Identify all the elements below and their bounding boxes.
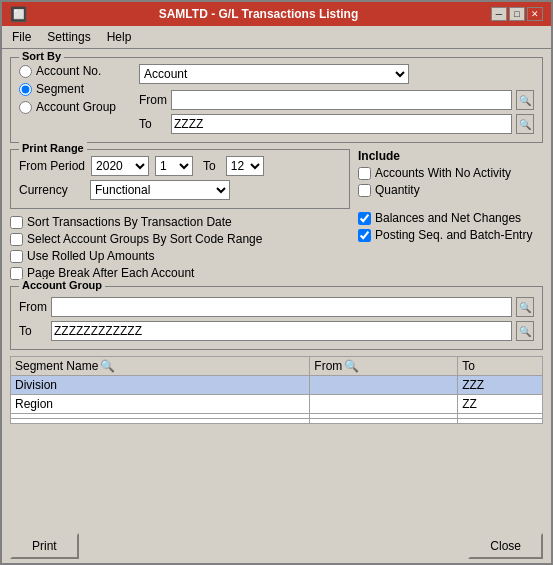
sort-transactions-text: Sort Transactions By Transaction Date <box>27 215 232 229</box>
to-period-label: To <box>199 159 220 173</box>
sort-by-title: Sort By <box>19 50 64 62</box>
to-cell <box>458 419 543 424</box>
to-label: To <box>139 117 167 131</box>
select-account-groups-label[interactable]: Select Account Groups By Sort Code Range <box>10 232 350 246</box>
middle-section: Print Range From Period 2020 1 To 12 <box>10 149 543 280</box>
segment-table: Segment Name 🔍 From 🔍 To <box>10 356 543 424</box>
page-break-checkbox[interactable] <box>10 267 23 280</box>
table-row[interactable] <box>11 419 543 424</box>
accounts-no-activity-text: Accounts With No Activity <box>375 166 511 180</box>
accounts-no-activity-label[interactable]: Accounts With No Activity <box>358 166 543 180</box>
sort-transactions-checkbox[interactable] <box>10 216 23 229</box>
radio-segment-label[interactable]: Segment <box>19 82 129 96</box>
table-row[interactable]: DivisionZZZ <box>11 376 543 395</box>
menu-settings[interactable]: Settings <box>41 28 96 46</box>
menu-file[interactable]: File <box>6 28 37 46</box>
quantity-text: Quantity <box>375 183 420 197</box>
ag-to-input[interactable] <box>51 321 512 341</box>
include-content: Include Accounts With No Activity Quanti… <box>358 149 543 242</box>
from-period-select[interactable]: 1 <box>155 156 193 176</box>
table-row[interactable]: RegionZZ <box>11 395 543 414</box>
from-search-icon[interactable]: 🔍 <box>344 359 359 373</box>
checkbox-section: Sort Transactions By Transaction Date Se… <box>10 215 350 280</box>
use-rolled-up-checkbox[interactable] <box>10 250 23 263</box>
segment-search-icon[interactable]: 🔍 <box>100 359 115 373</box>
to-row: To 🔍 <box>139 114 534 134</box>
include-section: Include Accounts With No Activity Quanti… <box>358 149 543 280</box>
use-rolled-up-text: Use Rolled Up Amounts <box>27 249 154 263</box>
col-segment-name: Segment Name 🔍 <box>11 357 310 376</box>
window-title: SAMLTD - G/L Transactions Listing <box>26 7 491 21</box>
minimize-button[interactable]: ─ <box>491 7 507 21</box>
from-cell <box>310 419 458 424</box>
sort-by-group: Sort By Account No. Segment Account Grou… <box>10 57 543 143</box>
currency-select[interactable]: Functional <box>90 180 230 200</box>
accounts-no-activity-checkbox[interactable] <box>358 167 371 180</box>
account-group-group: Account Group From 🔍 To 🔍 <box>10 286 543 350</box>
from-cell <box>310 395 458 414</box>
left-middle: Print Range From Period 2020 1 To 12 <box>10 149 350 280</box>
segment-name-cell <box>11 419 310 424</box>
radio-account-no-label[interactable]: Account No. <box>19 64 129 78</box>
menu-bar: File Settings Help <box>2 26 551 49</box>
quantity-label[interactable]: Quantity <box>358 183 543 197</box>
print-range-title: Print Range <box>19 142 87 154</box>
sort-by-radios: Account No. Segment Account Group <box>19 64 129 114</box>
ag-from-label: From <box>19 300 47 314</box>
balances-net-changes-text: Balances and Net Changes <box>375 211 521 225</box>
maximize-button[interactable]: □ <box>509 7 525 21</box>
posting-seq-label[interactable]: Posting Seq. and Batch-Entry <box>358 228 543 242</box>
from-year-select[interactable]: 2020 <box>91 156 149 176</box>
menu-help[interactable]: Help <box>101 28 138 46</box>
window-controls: ─ □ ✕ <box>491 7 543 21</box>
from-label: From <box>139 93 167 107</box>
select-account-groups-text: Select Account Groups By Sort Code Range <box>27 232 262 246</box>
segment-name-cell: Division <box>11 376 310 395</box>
print-range-group: Print Range From Period 2020 1 To 12 <box>10 149 350 209</box>
content-area: Sort By Account No. Segment Account Grou… <box>2 49 551 529</box>
from-input[interactable] <box>171 90 512 110</box>
from-cell <box>310 376 458 395</box>
to-cell: ZZ <box>458 395 543 414</box>
ag-from-row: From 🔍 <box>19 297 534 317</box>
account-group-title: Account Group <box>19 279 105 291</box>
radio-segment-text: Segment <box>36 82 84 96</box>
currency-row: Currency Functional <box>19 180 341 200</box>
from-search-button[interactable]: 🔍 <box>516 90 534 110</box>
select-account-groups-checkbox[interactable] <box>10 233 23 246</box>
main-window: 🔲 SAMLTD - G/L Transactions Listing ─ □ … <box>0 0 553 565</box>
posting-seq-text: Posting Seq. and Batch-Entry <box>375 228 532 242</box>
ag-from-search-button[interactable]: 🔍 <box>516 297 534 317</box>
radio-account-group-label[interactable]: Account Group <box>19 100 129 114</box>
sort-transactions-label[interactable]: Sort Transactions By Transaction Date <box>10 215 350 229</box>
period-row: From Period 2020 1 To 12 <box>19 156 341 176</box>
page-break-text: Page Break After Each Account <box>27 266 194 280</box>
sort-by-dropdown[interactable]: Account <box>139 64 409 84</box>
radio-account-no[interactable] <box>19 65 32 78</box>
page-break-label[interactable]: Page Break After Each Account <box>10 266 350 280</box>
to-input[interactable] <box>171 114 512 134</box>
close-button[interactable]: Close <box>468 533 543 559</box>
window-close-button[interactable]: ✕ <box>527 7 543 21</box>
to-period-select[interactable]: 12 <box>226 156 264 176</box>
posting-seq-checkbox[interactable] <box>358 229 371 242</box>
balances-net-changes-label[interactable]: Balances and Net Changes <box>358 211 543 225</box>
print-button[interactable]: Print <box>10 533 79 559</box>
to-search-button[interactable]: 🔍 <box>516 114 534 134</box>
balances-net-changes-checkbox[interactable] <box>358 212 371 225</box>
ag-to-row: To 🔍 <box>19 321 534 341</box>
col-from: From 🔍 <box>310 357 458 376</box>
radio-account-no-text: Account No. <box>36 64 101 78</box>
to-cell: ZZZ <box>458 376 543 395</box>
quantity-checkbox[interactable] <box>358 184 371 197</box>
radio-account-group-text: Account Group <box>36 100 116 114</box>
radio-account-group[interactable] <box>19 101 32 114</box>
sort-by-dropdown-row: Account <box>139 64 534 84</box>
use-rolled-up-label[interactable]: Use Rolled Up Amounts <box>10 249 350 263</box>
col-to: To <box>458 357 543 376</box>
radio-segment[interactable] <box>19 83 32 96</box>
ag-to-search-button[interactable]: 🔍 <box>516 321 534 341</box>
from-period-label: From Period <box>19 159 85 173</box>
from-row: From 🔍 <box>139 90 534 110</box>
ag-from-input[interactable] <box>51 297 512 317</box>
